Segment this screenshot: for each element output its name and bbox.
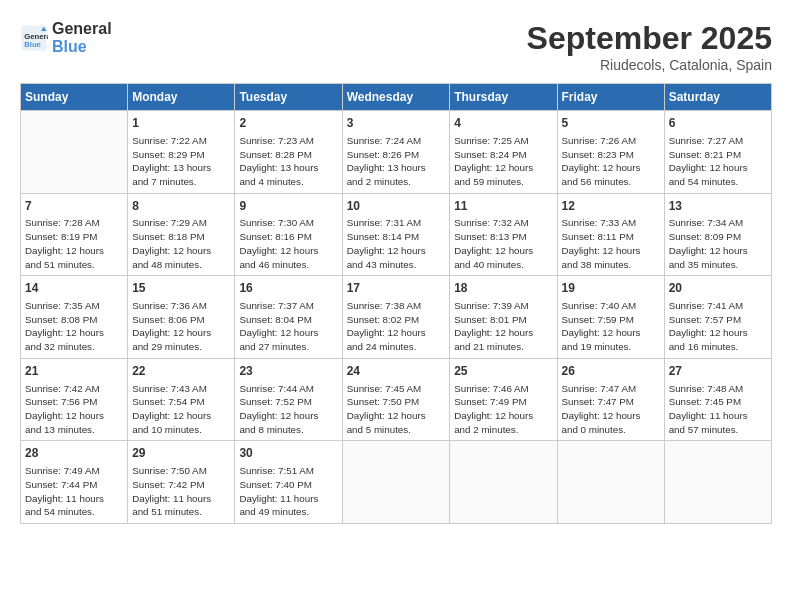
month-title: September 2025 <box>527 20 772 57</box>
calendar-cell: 3Sunrise: 7:24 AM Sunset: 8:26 PM Daylig… <box>342 111 450 194</box>
calendar-cell: 27Sunrise: 7:48 AM Sunset: 7:45 PM Dayli… <box>664 358 771 441</box>
calendar-cell: 11Sunrise: 7:32 AM Sunset: 8:13 PM Dayli… <box>450 193 557 276</box>
day-number: 11 <box>454 198 552 215</box>
day-number: 26 <box>562 363 660 380</box>
calendar-cell: 13Sunrise: 7:34 AM Sunset: 8:09 PM Dayli… <box>664 193 771 276</box>
logo-general: General <box>52 20 112 37</box>
logo-icon: General Blue <box>20 24 48 52</box>
day-info: Sunrise: 7:44 AM Sunset: 7:52 PM Dayligh… <box>239 382 337 437</box>
weekday-header-thursday: Thursday <box>450 84 557 111</box>
logo: General Blue General Blue <box>20 20 112 55</box>
calendar-cell: 21Sunrise: 7:42 AM Sunset: 7:56 PM Dayli… <box>21 358 128 441</box>
calendar-cell: 25Sunrise: 7:46 AM Sunset: 7:49 PM Dayli… <box>450 358 557 441</box>
day-number: 15 <box>132 280 230 297</box>
calendar-cell: 4Sunrise: 7:25 AM Sunset: 8:24 PM Daylig… <box>450 111 557 194</box>
day-number: 29 <box>132 445 230 462</box>
day-info: Sunrise: 7:26 AM Sunset: 8:23 PM Dayligh… <box>562 134 660 189</box>
day-number: 20 <box>669 280 767 297</box>
day-info: Sunrise: 7:35 AM Sunset: 8:08 PM Dayligh… <box>25 299 123 354</box>
day-info: Sunrise: 7:22 AM Sunset: 8:29 PM Dayligh… <box>132 134 230 189</box>
calendar-cell: 19Sunrise: 7:40 AM Sunset: 7:59 PM Dayli… <box>557 276 664 359</box>
weekday-header-sunday: Sunday <box>21 84 128 111</box>
day-number: 10 <box>347 198 446 215</box>
day-number: 13 <box>669 198 767 215</box>
day-info: Sunrise: 7:24 AM Sunset: 8:26 PM Dayligh… <box>347 134 446 189</box>
calendar-cell <box>450 441 557 524</box>
day-number: 23 <box>239 363 337 380</box>
day-number: 24 <box>347 363 446 380</box>
day-info: Sunrise: 7:38 AM Sunset: 8:02 PM Dayligh… <box>347 299 446 354</box>
day-info: Sunrise: 7:43 AM Sunset: 7:54 PM Dayligh… <box>132 382 230 437</box>
title-block: September 2025 Riudecols, Catalonia, Spa… <box>527 20 772 73</box>
logo-blue: Blue <box>52 38 87 55</box>
day-info: Sunrise: 7:46 AM Sunset: 7:49 PM Dayligh… <box>454 382 552 437</box>
day-number: 12 <box>562 198 660 215</box>
calendar-cell: 15Sunrise: 7:36 AM Sunset: 8:06 PM Dayli… <box>128 276 235 359</box>
calendar-cell: 28Sunrise: 7:49 AM Sunset: 7:44 PM Dayli… <box>21 441 128 524</box>
day-number: 21 <box>25 363 123 380</box>
day-info: Sunrise: 7:30 AM Sunset: 8:16 PM Dayligh… <box>239 216 337 271</box>
day-number: 8 <box>132 198 230 215</box>
day-info: Sunrise: 7:29 AM Sunset: 8:18 PM Dayligh… <box>132 216 230 271</box>
day-number: 7 <box>25 198 123 215</box>
day-info: Sunrise: 7:33 AM Sunset: 8:11 PM Dayligh… <box>562 216 660 271</box>
calendar-cell: 1Sunrise: 7:22 AM Sunset: 8:29 PM Daylig… <box>128 111 235 194</box>
weekday-header-row: SundayMondayTuesdayWednesdayThursdayFrid… <box>21 84 772 111</box>
calendar-cell: 26Sunrise: 7:47 AM Sunset: 7:47 PM Dayli… <box>557 358 664 441</box>
page-header: General Blue General Blue September 2025… <box>20 20 772 73</box>
day-number: 1 <box>132 115 230 132</box>
calendar-cell: 6Sunrise: 7:27 AM Sunset: 8:21 PM Daylig… <box>664 111 771 194</box>
day-info: Sunrise: 7:42 AM Sunset: 7:56 PM Dayligh… <box>25 382 123 437</box>
calendar-cell: 2Sunrise: 7:23 AM Sunset: 8:28 PM Daylig… <box>235 111 342 194</box>
day-info: Sunrise: 7:50 AM Sunset: 7:42 PM Dayligh… <box>132 464 230 519</box>
day-info: Sunrise: 7:48 AM Sunset: 7:45 PM Dayligh… <box>669 382 767 437</box>
calendar-cell: 23Sunrise: 7:44 AM Sunset: 7:52 PM Dayli… <box>235 358 342 441</box>
calendar-week-5: 28Sunrise: 7:49 AM Sunset: 7:44 PM Dayli… <box>21 441 772 524</box>
calendar-cell: 5Sunrise: 7:26 AM Sunset: 8:23 PM Daylig… <box>557 111 664 194</box>
calendar-cell: 10Sunrise: 7:31 AM Sunset: 8:14 PM Dayli… <box>342 193 450 276</box>
calendar-cell: 17Sunrise: 7:38 AM Sunset: 8:02 PM Dayli… <box>342 276 450 359</box>
calendar-cell <box>342 441 450 524</box>
weekday-header-tuesday: Tuesday <box>235 84 342 111</box>
day-info: Sunrise: 7:34 AM Sunset: 8:09 PM Dayligh… <box>669 216 767 271</box>
day-info: Sunrise: 7:45 AM Sunset: 7:50 PM Dayligh… <box>347 382 446 437</box>
calendar-table: SundayMondayTuesdayWednesdayThursdayFrid… <box>20 83 772 524</box>
day-info: Sunrise: 7:28 AM Sunset: 8:19 PM Dayligh… <box>25 216 123 271</box>
calendar-cell: 16Sunrise: 7:37 AM Sunset: 8:04 PM Dayli… <box>235 276 342 359</box>
weekday-header-wednesday: Wednesday <box>342 84 450 111</box>
day-number: 5 <box>562 115 660 132</box>
day-number: 4 <box>454 115 552 132</box>
day-number: 17 <box>347 280 446 297</box>
calendar-week-3: 14Sunrise: 7:35 AM Sunset: 8:08 PM Dayli… <box>21 276 772 359</box>
day-info: Sunrise: 7:51 AM Sunset: 7:40 PM Dayligh… <box>239 464 337 519</box>
day-info: Sunrise: 7:31 AM Sunset: 8:14 PM Dayligh… <box>347 216 446 271</box>
calendar-cell: 22Sunrise: 7:43 AM Sunset: 7:54 PM Dayli… <box>128 358 235 441</box>
day-number: 14 <box>25 280 123 297</box>
weekday-header-saturday: Saturday <box>664 84 771 111</box>
calendar-week-4: 21Sunrise: 7:42 AM Sunset: 7:56 PM Dayli… <box>21 358 772 441</box>
day-number: 2 <box>239 115 337 132</box>
day-number: 18 <box>454 280 552 297</box>
day-info: Sunrise: 7:41 AM Sunset: 7:57 PM Dayligh… <box>669 299 767 354</box>
day-number: 19 <box>562 280 660 297</box>
day-info: Sunrise: 7:23 AM Sunset: 8:28 PM Dayligh… <box>239 134 337 189</box>
calendar-cell <box>557 441 664 524</box>
day-info: Sunrise: 7:37 AM Sunset: 8:04 PM Dayligh… <box>239 299 337 354</box>
day-number: 6 <box>669 115 767 132</box>
day-info: Sunrise: 7:25 AM Sunset: 8:24 PM Dayligh… <box>454 134 552 189</box>
day-number: 28 <box>25 445 123 462</box>
day-number: 3 <box>347 115 446 132</box>
calendar-week-1: 1Sunrise: 7:22 AM Sunset: 8:29 PM Daylig… <box>21 111 772 194</box>
day-info: Sunrise: 7:27 AM Sunset: 8:21 PM Dayligh… <box>669 134 767 189</box>
weekday-header-friday: Friday <box>557 84 664 111</box>
day-number: 30 <box>239 445 337 462</box>
calendar-cell: 24Sunrise: 7:45 AM Sunset: 7:50 PM Dayli… <box>342 358 450 441</box>
calendar-cell: 9Sunrise: 7:30 AM Sunset: 8:16 PM Daylig… <box>235 193 342 276</box>
calendar-cell: 18Sunrise: 7:39 AM Sunset: 8:01 PM Dayli… <box>450 276 557 359</box>
day-number: 25 <box>454 363 552 380</box>
calendar-week-2: 7Sunrise: 7:28 AM Sunset: 8:19 PM Daylig… <box>21 193 772 276</box>
calendar-cell: 8Sunrise: 7:29 AM Sunset: 8:18 PM Daylig… <box>128 193 235 276</box>
day-number: 16 <box>239 280 337 297</box>
day-info: Sunrise: 7:39 AM Sunset: 8:01 PM Dayligh… <box>454 299 552 354</box>
weekday-header-monday: Monday <box>128 84 235 111</box>
